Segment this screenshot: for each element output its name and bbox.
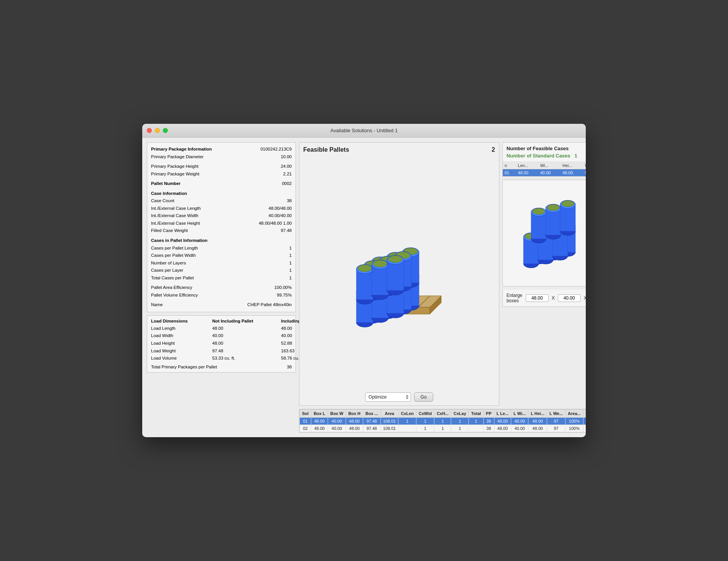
right-area: Feasible Pallets 2 [299, 142, 586, 433]
maximize-button[interactable] [163, 128, 168, 133]
svg-point-113 [562, 201, 574, 207]
load-dim-label: Load Dimensions [151, 319, 212, 323]
th-boxother: Box ... [363, 410, 380, 418]
load-width-v1: 40.00 [212, 332, 281, 340]
primary-package-id: 0100242.213C9 [260, 146, 292, 153]
pkg-weight-value: 2.21 [283, 170, 292, 178]
cases-layer-value: 1 [289, 267, 292, 274]
th-areapct: Area... [566, 410, 583, 418]
cpw-value: 1 [289, 252, 292, 259]
col-w: W... [583, 162, 586, 169]
bottom-table-container: Sol Box L Box W Box H Box ... Area CxLen… [299, 409, 586, 433]
name-value: CHEP Pallet 48inx40in [247, 301, 292, 309]
pallet-viewer: Feasible Pallets 2 [299, 142, 499, 406]
primary-package-section: Primary Package Information 0100242.213C… [147, 142, 296, 312]
table-row[interactable]: 01 48.00 40.00 48.00 97.48 19% [503, 169, 586, 177]
pkg-diameter-label: Primary Package Diameter [151, 153, 203, 161]
load-length-v1: 48.00 [212, 325, 281, 332]
table-row[interactable]: 01 48.00 40.00 48.00 97.48 108.01 1 1 1 … [300, 418, 586, 425]
vol-eff-value: 99.75% [277, 292, 292, 299]
x-separator-1: X [552, 295, 555, 301]
top-right: Feasible Pallets 2 [299, 142, 586, 406]
standard-cases-count: 1 [574, 153, 577, 159]
th-lwe: L We... [547, 410, 566, 418]
standard-cases-row: Number of Standard Cases 1 [507, 153, 586, 159]
area-eff-value: 100.00% [275, 284, 292, 292]
close-button[interactable] [147, 128, 152, 133]
table-header-row: Sol Box L Box W Box H Box ... Area CxLen… [300, 410, 586, 418]
feasible-panel-header: Number of Feasible Cases 1 ▼ Number of S… [503, 143, 586, 162]
load-weight-v1: 97.48 [212, 347, 281, 355]
th-lwi: L Wi... [511, 410, 528, 418]
col1-header: Not Including Pallet [212, 319, 281, 323]
row-w: 97.48 [583, 169, 586, 177]
bottom-table: Sol Box L Box W Box H Box ... Area CxLen… [299, 409, 586, 432]
name-label: Name [151, 301, 163, 309]
th-pp: PP [483, 410, 494, 418]
pallet-number-label: Pallet Number [151, 180, 180, 188]
pkg-weight-label: Primary Package Weight [151, 170, 199, 178]
th-area: Area [380, 410, 398, 418]
case-height-label: Int./External Case Height [151, 220, 200, 227]
col-n: n [503, 162, 516, 169]
load-length-label: Load Length [151, 325, 212, 332]
th-boxh: Box H [346, 410, 363, 418]
standard-cases-label: Number of Standard Cases [507, 153, 570, 159]
load-weight-label: Load Weight [151, 347, 212, 355]
svg-point-77 [388, 256, 402, 263]
enlarge-y-input[interactable] [558, 294, 581, 302]
svg-point-105 [533, 208, 545, 214]
case-count-value: 38 [287, 197, 292, 205]
feasible-pallets-label: Feasible Pallets [303, 146, 349, 153]
pkg-height-label: Primary Package Height [151, 163, 198, 170]
load-dimensions-section: Load Dimensions Not Including Pallet Inc… [147, 315, 296, 373]
cases-table: n Len... Wi... Hei... W... V... [503, 162, 586, 176]
x-separator-2: X [584, 295, 586, 301]
optimize-dropdown[interactable]: Optimize [365, 392, 411, 402]
go-button[interactable]: Go [414, 392, 433, 402]
layers-value: 1 [289, 259, 292, 267]
table-row[interactable]: 02 48.00 40.00 48.00 97.48 108.01 1 1 1 … [300, 425, 586, 432]
total-pkg-label: Total Primary Packages per Pallet [151, 365, 217, 369]
titlebar: Available Solutions - Untitled 1 [142, 124, 586, 138]
minimize-button[interactable] [155, 128, 160, 133]
case-info-label: Case Information [151, 191, 187, 196]
left-panel: Primary Package Information 0100242.213C… [147, 142, 296, 433]
traffic-lights [147, 128, 168, 133]
case-length-label: Int./External Case Length [151, 205, 201, 212]
case-length-value: 48.00/48.00 [268, 205, 292, 212]
th-cxlay: CxLay [451, 410, 469, 418]
case-width-label: Int./External Case Width [151, 212, 198, 220]
th-cxwid: CxWid [416, 410, 434, 418]
row-hei: 48.00 [561, 169, 583, 177]
case-weight-value: 97.48 [281, 227, 292, 235]
load-volume-label: Load Volume [151, 355, 212, 362]
total-cases-label: Total Cases per Pallet [151, 274, 194, 282]
load-volume-v1: 53.33 cu. ft. [212, 355, 281, 362]
optimize-dropdown-wrapper[interactable]: Optimize ⇕ [365, 392, 411, 402]
svg-point-109 [547, 204, 559, 211]
cpl-value: 1 [289, 245, 292, 252]
second-pallet-view [502, 180, 586, 287]
pallet-number-value: 0002 [282, 180, 292, 188]
case-weight-label: Filled Case Weight [151, 227, 188, 235]
pallet-viewer-header: Feasible Pallets 2 [303, 146, 495, 153]
enlarge-x-input[interactable] [526, 294, 549, 302]
svg-point-69 [358, 265, 372, 272]
case-width-value: 40.00/40.00 [268, 212, 292, 220]
area-eff-label: Pallet Area Efficiency [151, 284, 192, 292]
case-height-value: 48.00/48.00 1.00 [259, 220, 292, 227]
th-lhei: L Hei... [528, 410, 547, 418]
th-boxw: Box W [328, 410, 346, 418]
primary-package-label: Primary Package Information [151, 146, 212, 153]
pkg-height-value: 24.00 [281, 163, 292, 170]
col-hei: Hei... [561, 162, 583, 169]
window-title: Available Solutions - Untitled 1 [330, 128, 398, 133]
th-boxl: Box L [311, 410, 328, 418]
th-cxlen: CxLen [398, 410, 416, 418]
case-count-label: Case Count [151, 197, 174, 205]
main-window: Available Solutions - Untitled 1 Primary… [142, 124, 586, 437]
feasible-cases-panel: Number of Feasible Cases 1 ▼ Number of S… [502, 142, 586, 177]
enlarge-label: Enlarge boxes [507, 293, 523, 303]
cases-pallet-label: Cases in Pallet Information [151, 238, 208, 243]
